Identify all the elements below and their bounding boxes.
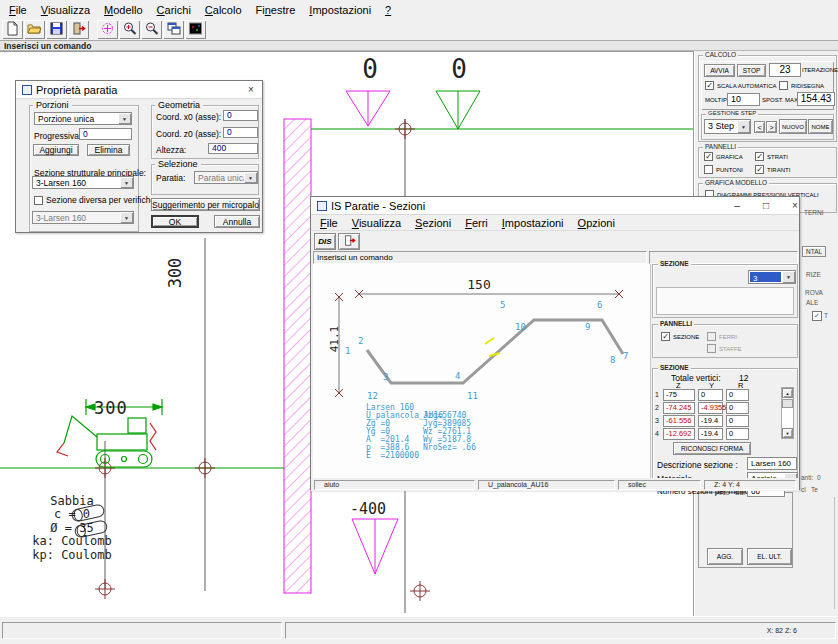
micropalo-button[interactable]: Suggerimento per micropalo xyxy=(151,198,260,211)
chevron-down-icon[interactable] xyxy=(118,113,131,124)
menu-item[interactable]: Finestre xyxy=(249,2,303,18)
progressiva-input[interactable]: 0 xyxy=(79,128,132,140)
moltip-input[interactable]: 10 xyxy=(727,93,760,106)
close-icon[interactable]: × xyxy=(781,197,809,214)
porzione-combo[interactable]: Porzione unica xyxy=(34,112,132,125)
spost-max-label: SPOST. MAX: xyxy=(762,97,800,103)
avvia-button[interactable]: AVVIA xyxy=(704,64,735,77)
scroll-down-icon[interactable]: ▼ xyxy=(782,428,793,438)
menu-item[interactable]: Impostazioni xyxy=(495,215,571,231)
render-view-button[interactable] xyxy=(185,20,206,39)
z-cell[interactable]: -75 xyxy=(663,389,695,401)
chevron-down-icon[interactable] xyxy=(120,177,133,188)
panel-checkbox[interactable]: GRAFICA xyxy=(704,152,743,161)
descrizione-input[interactable]: Larsen 160 xyxy=(747,457,797,470)
scroll-thumb[interactable] xyxy=(782,399,793,408)
r-cell[interactable]: 0 xyxy=(726,415,749,427)
sezione-principale-combo[interactable]: 3-Larsen 160 xyxy=(32,176,134,189)
sezione-diversa-checkbox[interactable]: Sezione diversa per verifiche: xyxy=(34,195,158,205)
minimize-icon[interactable]: – xyxy=(723,197,751,214)
dis-button[interactable]: DIS xyxy=(314,233,336,250)
sezione-diversa-combo[interactable]: 3-Larsen 160 xyxy=(32,211,134,224)
step-next-button[interactable]: > xyxy=(766,121,777,133)
z-cell[interactable]: -61.556 xyxy=(663,415,695,427)
exit-button[interactable] xyxy=(338,233,360,250)
menu-item[interactable]: ? xyxy=(378,2,398,18)
chevron-down-icon[interactable] xyxy=(737,120,750,133)
menu-item[interactable]: Visualizza xyxy=(345,215,408,231)
chevron-down-icon[interactable] xyxy=(244,172,257,183)
z-cell[interactable]: -74.245 xyxy=(663,402,695,414)
nome-button[interactable]: NOME xyxy=(808,119,833,134)
r-cell[interactable]: 0 xyxy=(726,428,749,440)
table-scrollbar[interactable]: ▲ ▼ xyxy=(781,387,794,439)
save-button[interactable] xyxy=(46,20,67,39)
panel-checkbox[interactable]: TIRANTI xyxy=(755,165,790,174)
panel-checkbox[interactable]: STRATI xyxy=(755,152,788,161)
y-cell[interactable]: -4.93555 xyxy=(698,402,723,414)
chevron-down-icon[interactable] xyxy=(782,271,795,283)
exit-button[interactable] xyxy=(68,20,89,39)
step-combo[interactable]: 3 Step 3 xyxy=(704,119,751,134)
r-cell[interactable]: 0 xyxy=(726,389,749,401)
coord-z0-input[interactable]: 0 xyxy=(223,127,258,138)
menu-item[interactable]: Impostazioni xyxy=(302,2,378,18)
aggiungi-button[interactable]: Aggiungi xyxy=(33,144,79,156)
zoom-out-button[interactable] xyxy=(141,20,162,39)
section-drawing-area[interactable] xyxy=(313,264,651,480)
menu-item[interactable]: Ferri xyxy=(458,215,495,231)
z-cell[interactable]: -12.692 xyxy=(663,428,695,440)
zoom-extents-button[interactable] xyxy=(97,20,118,39)
cb-staffe[interactable]: STAFFE xyxy=(707,344,742,353)
step-prev-button[interactable]: < xyxy=(754,121,765,133)
dialog-title: Proprietà paratia xyxy=(32,84,117,96)
close-icon[interactable]: × xyxy=(240,81,262,98)
el-ult-button[interactable]: EL. ULT. xyxy=(747,548,792,565)
dialog-titlebar[interactable]: Proprietà paratia xyxy=(16,81,262,99)
stop-button[interactable]: STOP xyxy=(737,64,766,77)
command-line[interactable]: Inserisci un comando xyxy=(0,40,838,51)
y-cell[interactable]: -19.4 xyxy=(698,428,723,440)
menu-item[interactable]: Modello xyxy=(97,2,150,18)
y-cell[interactable]: -19.4 xyxy=(698,415,723,427)
agg-button[interactable]: AGG. xyxy=(707,548,743,565)
altezza-input[interactable]: 400 xyxy=(208,143,258,154)
panel-checkbox[interactable]: PUNTONI xyxy=(704,165,743,174)
riconosci-forma-button[interactable]: RICONOSCI FORMA xyxy=(673,442,751,455)
zoom-out-icon xyxy=(144,21,159,38)
sezioni-pannelli-label: PANNELLI xyxy=(658,320,694,327)
nuovo-button[interactable]: NUOVO xyxy=(779,119,807,134)
elimina-button[interactable]: Elimina xyxy=(87,144,130,156)
vertex-number: 1 xyxy=(345,346,350,356)
menu-item[interactable]: Visualizza xyxy=(34,2,97,18)
paratia-combo[interactable]: Paratia unica xyxy=(194,171,258,184)
zoom-in-button[interactable] xyxy=(119,20,140,39)
menu-item[interactable]: Calcolo xyxy=(198,2,249,18)
sezioni-command-line[interactable]: Inserisci un comando xyxy=(313,251,647,264)
annulla-button[interactable]: Annulla xyxy=(214,215,260,228)
ridisegna-checkbox[interactable]: RIDISEGNA xyxy=(779,81,824,90)
menu-item[interactable]: File xyxy=(313,215,345,231)
r-cell[interactable]: 0 xyxy=(726,402,749,414)
cb-sezione[interactable]: SEZIONE xyxy=(661,332,699,341)
cb-ferri[interactable]: FERRI xyxy=(707,332,737,341)
open-file-button[interactable] xyxy=(24,20,45,39)
chevron-down-icon[interactable] xyxy=(120,212,133,223)
menu-item[interactable]: Carichi xyxy=(150,2,198,18)
zoom-extents-icon xyxy=(100,21,115,38)
cascade-windows-button[interactable] xyxy=(163,20,184,39)
coord-x0-input[interactable]: 0 xyxy=(223,110,258,121)
scala-automatica-checkbox[interactable]: SCALA AUTOMATICA xyxy=(705,81,776,90)
panel-fragment: T xyxy=(812,311,828,321)
maximize-icon[interactable]: □ xyxy=(752,197,780,214)
menu-item[interactable]: File xyxy=(2,2,34,18)
panel-divider xyxy=(834,497,835,609)
sezione-number-combo[interactable]: 3 xyxy=(748,270,796,284)
ok-button[interactable]: OK xyxy=(151,215,199,228)
y-cell[interactable]: 0 xyxy=(698,389,723,401)
scroll-up-icon[interactable]: ▲ xyxy=(782,388,793,398)
open-folder-icon xyxy=(27,21,42,38)
menu-item[interactable]: Sezioni xyxy=(408,215,458,231)
new-file-button[interactable] xyxy=(2,20,23,39)
menu-item[interactable]: Opzioni xyxy=(571,215,622,231)
